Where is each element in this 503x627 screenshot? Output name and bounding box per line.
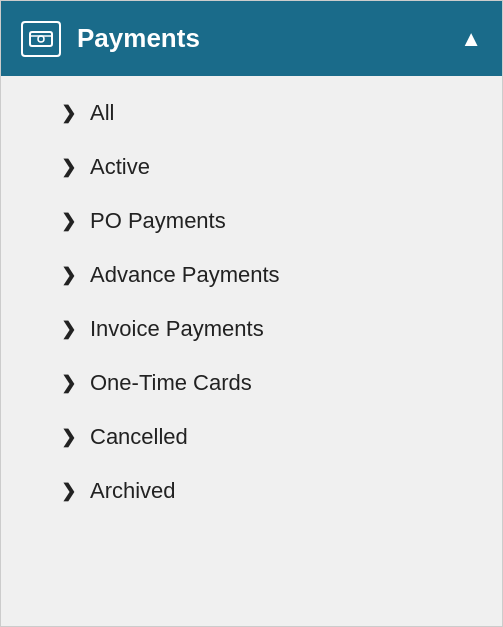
panel-header: Payments ▲ — [1, 1, 502, 76]
chevron-right-icon: ❯ — [61, 480, 76, 502]
menu-item[interactable]: ❯Invoice Payments — [1, 302, 502, 356]
payment-icon — [21, 21, 61, 57]
menu-item-label: All — [90, 100, 114, 126]
menu-item[interactable]: ❯One-Time Cards — [1, 356, 502, 410]
svg-rect-0 — [30, 32, 52, 46]
menu-item-label: Archived — [90, 478, 176, 504]
chevron-right-icon: ❯ — [61, 372, 76, 394]
payments-panel: Payments ▲ ❯All❯Active❯PO Payments❯Advan… — [0, 0, 503, 627]
collapse-button[interactable]: ▲ — [460, 26, 482, 52]
menu-item[interactable]: ❯All — [1, 86, 502, 140]
menu-item-label: PO Payments — [90, 208, 226, 234]
menu-item[interactable]: ❯Archived — [1, 464, 502, 518]
panel-title: Payments — [77, 23, 200, 54]
header-left: Payments — [21, 21, 200, 57]
menu-list: ❯All❯Active❯PO Payments❯Advance Payments… — [1, 76, 502, 528]
menu-item-label: Active — [90, 154, 150, 180]
menu-item[interactable]: ❯Cancelled — [1, 410, 502, 464]
menu-item-label: One-Time Cards — [90, 370, 252, 396]
chevron-right-icon: ❯ — [61, 318, 76, 340]
menu-item-label: Advance Payments — [90, 262, 280, 288]
chevron-right-icon: ❯ — [61, 426, 76, 448]
chevron-right-icon: ❯ — [61, 156, 76, 178]
chevron-right-icon: ❯ — [61, 210, 76, 232]
chevron-right-icon: ❯ — [61, 264, 76, 286]
menu-item[interactable]: ❯Advance Payments — [1, 248, 502, 302]
chevron-right-icon: ❯ — [61, 102, 76, 124]
menu-item-label: Invoice Payments — [90, 316, 264, 342]
menu-item[interactable]: ❯Active — [1, 140, 502, 194]
menu-item-label: Cancelled — [90, 424, 188, 450]
menu-item[interactable]: ❯PO Payments — [1, 194, 502, 248]
svg-point-1 — [38, 36, 44, 42]
